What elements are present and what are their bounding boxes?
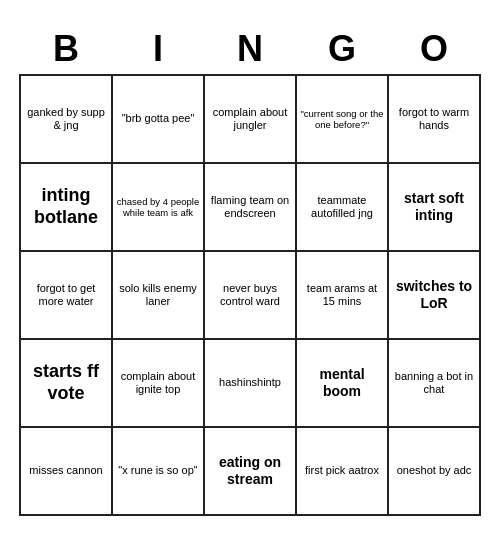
bingo-cell-9: start soft inting xyxy=(389,164,481,252)
bingo-cell-19: banning a bot in chat xyxy=(389,340,481,428)
bingo-cell-5: inting botlane xyxy=(21,164,113,252)
bingo-cell-2: complain about jungler xyxy=(205,76,297,164)
bingo-cell-0: ganked by supp & jng xyxy=(21,76,113,164)
bingo-cell-13: team arams at 15 mins xyxy=(297,252,389,340)
bingo-cell-10: forgot to get more water xyxy=(21,252,113,340)
bingo-grid: ganked by supp & jng"brb gotta pee"compl… xyxy=(19,74,481,516)
bingo-cell-22: eating on stream xyxy=(205,428,297,516)
bingo-title: B I N G O xyxy=(20,28,480,70)
bingo-cell-17: hashinshintp xyxy=(205,340,297,428)
bingo-cell-14: switches to LoR xyxy=(389,252,481,340)
bingo-cell-15: starts ff vote xyxy=(21,340,113,428)
title-b: B xyxy=(20,28,112,70)
bingo-cell-21: "x rune is so op" xyxy=(113,428,205,516)
bingo-cell-23: first pick aatrox xyxy=(297,428,389,516)
title-n: N xyxy=(204,28,296,70)
bingo-cell-3: "current song or the one before?" xyxy=(297,76,389,164)
bingo-cell-24: oneshot by adc xyxy=(389,428,481,516)
bingo-cell-1: "brb gotta pee" xyxy=(113,76,205,164)
bingo-cell-8: teammate autofilled jng xyxy=(297,164,389,252)
title-i: I xyxy=(112,28,204,70)
bingo-cell-12: never buys control ward xyxy=(205,252,297,340)
bingo-cell-7: flaming team on endscreen xyxy=(205,164,297,252)
bingo-cell-11: solo kills enemy laner xyxy=(113,252,205,340)
bingo-cell-16: complain about ignite top xyxy=(113,340,205,428)
bingo-cell-18: mental boom xyxy=(297,340,389,428)
bingo-cell-4: forgot to warm hands xyxy=(389,76,481,164)
title-g: G xyxy=(296,28,388,70)
title-o: O xyxy=(388,28,480,70)
bingo-cell-6: chased by 4 people while team is afk xyxy=(113,164,205,252)
bingo-cell-20: misses cannon xyxy=(21,428,113,516)
